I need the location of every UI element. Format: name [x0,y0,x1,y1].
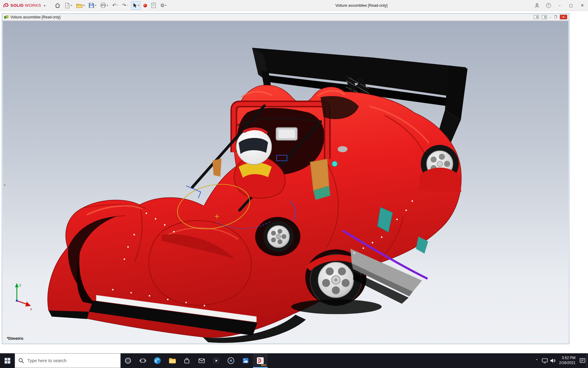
windows-logo-icon [5,358,10,364]
music-app-button[interactable] [224,353,238,368]
print-icon [100,2,106,8]
solidworks-year-badge: 2021 [261,364,266,366]
clock-date: 2/16/2021 [559,361,575,366]
dropdown-arrow-icon[interactable]: ▾ [95,4,96,7]
taskbar-clock[interactable]: 3:52 PM 2/16/2021 [559,356,575,365]
featuremanager-collapse-arrow[interactable]: ◂ [3,181,6,188]
taskbar-search[interactable] [15,353,121,368]
doc-restore-button[interactable]: ❐ [554,15,557,19]
redo-icon: ↷ [122,2,126,8]
dropdown-arrow-icon[interactable]: ▾ [138,4,139,7]
tray-display-button[interactable] [541,353,549,368]
app-client-area: Voiture assomblee [Read-only] – ❐ ✕ [0,11,588,353]
open-button[interactable]: ▾ [75,1,85,10]
cockpit-padding [310,159,329,191]
minimize-icon: – [559,3,561,8]
save-icon [89,2,94,8]
windows-taskbar: 2021 ⌃ 3:52 PM 2/16/2021 [0,353,588,368]
media-app-icon [212,357,220,365]
window-layout-icon[interactable] [534,15,539,19]
help-button[interactable]: ? [543,0,554,11]
system-tray: ⌃ 3:52 PM 2/16/2021 [533,353,588,368]
minimize-button[interactable]: – [554,0,565,11]
notification-icon [579,358,586,364]
brand-flyout-arrow-icon[interactable]: ▸ [44,4,46,7]
app-title: Voiture assomblee [Read-only] [335,3,387,8]
music-app-icon [227,357,235,365]
search-input[interactable] [15,354,120,368]
file-explorer-icon [168,357,176,364]
tray-volume-button[interactable] [549,353,557,368]
search-icon [18,358,24,364]
select-cursor-icon [132,3,137,8]
document-window-controls: – ❐ ✕ [534,15,567,19]
undo-icon: ↶ [112,2,116,8]
volume-icon [549,358,556,364]
edge-app-button[interactable] [150,353,165,368]
display-icon [541,358,548,364]
cortana-button[interactable] [121,353,135,368]
home-button[interactable] [54,1,62,10]
window-cascade-icon[interactable] [542,15,547,19]
select-tool-button[interactable]: ▾ [131,1,140,10]
action-center-button[interactable] [579,353,586,368]
maximize-icon: ▢ [569,3,573,8]
file-properties-button[interactable] [150,1,157,10]
show-desktop-button[interactable] [586,353,588,368]
doc-minimize-button[interactable]: – [550,15,552,19]
dropdown-arrow-icon[interactable]: ▾ [117,4,118,7]
solidworks-app-button[interactable]: 2021 [253,353,268,368]
viewport-3d-canvas[interactable]: y x [3,21,568,343]
cortana-icon [124,357,132,364]
appearance-button[interactable] [142,1,148,10]
ds-logo-icon [3,3,9,8]
front-right-wheel [255,217,300,256]
close-button[interactable]: ✕ [577,0,588,11]
app-titlebar: SOLIDWORKS ▸ ▾ [0,0,588,11]
task-view-button[interactable] [135,353,150,368]
dropdown-arrow-icon[interactable]: ▾ [165,4,167,7]
graphics-viewport[interactable]: y x *Dimetric ◂ [3,21,568,343]
file-properties-icon [151,2,156,8]
home-icon [55,2,61,9]
triad-y-label: y [19,283,21,287]
account-button[interactable] [531,0,543,11]
edge-icon [153,357,161,365]
triad-x-label: x [30,307,32,311]
file-explorer-button[interactable] [165,353,179,368]
new-document-button[interactable]: ▾ [64,1,73,10]
tray-chevron-icon: ⌃ [535,358,538,363]
gear-icon: ⚙ [160,2,164,8]
dropdown-arrow-icon[interactable]: ▾ [127,4,128,7]
brand-works-text: WORKS [25,3,41,8]
mail-app-button[interactable] [194,353,209,368]
store-app-button[interactable] [179,353,194,368]
dropdown-arrow-icon[interactable]: ▾ [107,4,108,7]
clock-time: 3:52 PM [559,356,575,361]
view-orientation-label: *Dimetric [7,336,24,341]
close-icon: ✕ [581,3,584,8]
main-toolbar: ▾ ▾ ▾ [54,1,167,10]
maximize-button[interactable]: ▢ [565,0,577,11]
options-button[interactable]: ⚙ ▾ [159,1,167,10]
task-view-icon [139,357,147,364]
print-button[interactable]: ▾ [99,1,109,10]
redo-button[interactable]: ↷ ▾ [121,1,129,10]
tray-overflow-button[interactable]: ⌃ [533,353,541,368]
undo-button[interactable]: ↶ ▾ [111,1,119,10]
dropdown-arrow-icon[interactable]: ▾ [71,4,72,7]
photos-app-button[interactable] [238,353,253,368]
doc-close-button[interactable]: ✕ [560,15,567,19]
open-folder-icon [76,3,83,8]
save-button[interactable]: ▾ [88,1,97,10]
help-icon: ? [546,3,551,8]
start-button[interactable] [0,353,15,368]
document-window: Voiture assomblee [Read-only] – ❐ ✕ [2,13,569,344]
assembly-icon [4,15,9,19]
media-app-button[interactable] [209,353,224,368]
brand-solid-text: SOLID [10,3,24,8]
document-titlebar[interactable]: Voiture assomblee [Read-only] – ❐ ✕ [2,14,569,21]
user-avatar-icon [534,3,540,8]
app-window-controls: ? – ▢ ✕ [531,0,588,11]
dropdown-arrow-icon[interactable]: ▾ [83,4,85,7]
